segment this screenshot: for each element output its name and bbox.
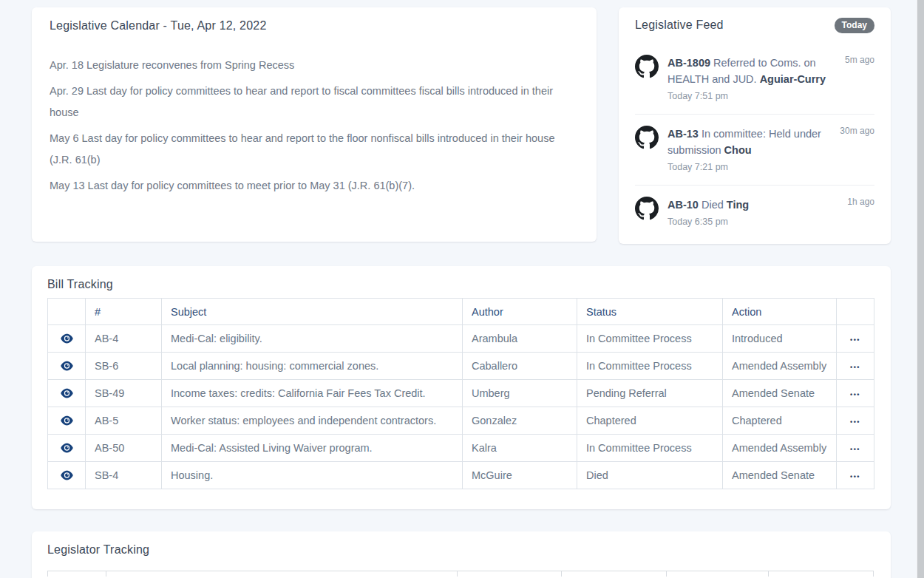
feed-item-text: AB-13 In committee: Held under submissio… bbox=[667, 126, 834, 158]
row-menu-button[interactable]: ••• bbox=[847, 417, 863, 427]
bill-tracking-title: Bill Tracking bbox=[47, 276, 874, 293]
row-menu-button[interactable]: ••• bbox=[847, 390, 863, 400]
view-bill-button[interactable] bbox=[58, 359, 76, 373]
column-header-author: Author bbox=[463, 299, 577, 325]
partial-column bbox=[769, 571, 873, 577]
feed-item-ago: 1h ago bbox=[847, 197, 874, 227]
eye-icon bbox=[61, 472, 73, 483]
eye-icon bbox=[61, 362, 73, 373]
scrollbar-thumb[interactable] bbox=[917, 0, 924, 578]
bill-number: AB-13 bbox=[667, 128, 699, 140]
github-icon bbox=[635, 55, 659, 78]
row-menu-button[interactable]: ••• bbox=[847, 472, 863, 482]
cell-number: SB-49 bbox=[86, 380, 162, 407]
partial-column bbox=[48, 571, 106, 577]
column-header-status: Status bbox=[577, 299, 723, 325]
cell-view bbox=[48, 353, 86, 380]
github-icon bbox=[635, 197, 659, 220]
cell-action: Introduced bbox=[723, 325, 837, 353]
eye-icon bbox=[61, 335, 73, 346]
feed-item-body: AB-10 Died Ting Today 6:35 pm bbox=[667, 197, 841, 227]
bill-number: AB-10 bbox=[667, 199, 699, 211]
view-bill-button[interactable] bbox=[58, 387, 76, 400]
cell-status: Died bbox=[577, 462, 723, 489]
calendar-entry: Apr. 29 Last day for policy committees t… bbox=[50, 81, 579, 123]
table-row: SB-4 Housing. McGuire Died Amended Senat… bbox=[48, 462, 874, 489]
eye-icon bbox=[61, 390, 73, 401]
bill-table-header: #SubjectAuthorStatusAction bbox=[48, 299, 874, 325]
feed-item-time: Today 7:51 pm bbox=[667, 91, 839, 101]
calendar-entries: Apr. 18 Legislature reconvenes from Spri… bbox=[50, 55, 579, 197]
legislative-calendar-card: Legislative Calendar - Tue, Apr 12, 2022… bbox=[32, 7, 597, 242]
cell-author: Caballero bbox=[463, 353, 577, 380]
view-bill-button[interactable] bbox=[58, 469, 76, 482]
legislative-feed-title: Legislative Feed bbox=[635, 17, 724, 33]
cell-view bbox=[48, 325, 86, 353]
feed-action-text: Died bbox=[702, 199, 724, 211]
cell-status: Pending Referral bbox=[577, 380, 723, 407]
cell-status: In Committee Process bbox=[577, 435, 723, 462]
cell-subject: Worker status: employees and independent… bbox=[162, 407, 463, 435]
partial-column bbox=[458, 571, 562, 577]
cell-author: Kalra bbox=[463, 435, 577, 462]
feed-item: AB-10 Died Ting Today 6:35 pm 1h ago bbox=[635, 186, 874, 239]
column-header-menu bbox=[837, 299, 874, 325]
feed-item: AB-13 In committee: Held under submissio… bbox=[635, 115, 874, 186]
row-menu-button[interactable]: ••• bbox=[847, 362, 863, 373]
legislative-feed-card: Legislative Feed Today AB-1809 Referred … bbox=[619, 7, 891, 244]
top-row: Legislative Calendar - Tue, Apr 12, 2022… bbox=[32, 7, 891, 244]
feed-author-name: Ting bbox=[727, 199, 749, 211]
table-row: SB-49 Income taxes: credits: California … bbox=[48, 380, 874, 407]
bill-table-body: AB-4 Medi-Cal: eligibility. Arambula In … bbox=[48, 325, 874, 489]
feed-item-time: Today 7:21 pm bbox=[667, 162, 834, 172]
cell-number: AB-5 bbox=[86, 407, 162, 435]
calendar-entry: May 6 Last day for policy committees to … bbox=[50, 128, 579, 171]
cell-subject: Income taxes: credits: California Fair F… bbox=[162, 380, 463, 407]
cell-menu: ••• bbox=[837, 435, 874, 462]
table-row: AB-5 Worker status: employees and indepe… bbox=[48, 407, 874, 435]
today-badge: Today bbox=[835, 18, 874, 33]
cell-action: Amended Assembly bbox=[723, 353, 837, 380]
view-bill-button[interactable] bbox=[58, 441, 76, 455]
calendar-entry: May 13 Last day for policy committees to… bbox=[50, 175, 579, 197]
cell-number: AB-50 bbox=[86, 435, 162, 462]
page-scrollbar[interactable] bbox=[917, 0, 924, 578]
cell-author: McGuire bbox=[463, 462, 577, 489]
cell-view bbox=[48, 462, 86, 489]
cell-menu: ••• bbox=[837, 462, 874, 489]
cell-status: In Committee Process bbox=[577, 325, 723, 353]
github-icon bbox=[635, 126, 659, 149]
cell-subject: Medi-Cal: Assisted Living Waiver program… bbox=[162, 435, 463, 462]
bill-tracking-card: Bill Tracking #SubjectAuthorStatusAction… bbox=[32, 266, 891, 509]
ellipsis-icon: ••• bbox=[850, 391, 860, 398]
ellipsis-icon: ••• bbox=[850, 418, 860, 426]
cell-action: Amended Senate bbox=[723, 380, 837, 407]
feed-item: AB-1809 Referred to Coms. on HEALTH and … bbox=[635, 33, 874, 115]
row-menu-button[interactable]: ••• bbox=[847, 335, 863, 345]
table-row: SB-6 Local planning: housing: commercial… bbox=[48, 353, 874, 380]
column-header-subject: Subject bbox=[162, 299, 463, 325]
cell-author: Arambula bbox=[463, 325, 577, 353]
view-bill-button[interactable] bbox=[58, 414, 76, 427]
cell-number: SB-4 bbox=[86, 462, 162, 489]
cell-menu: ••• bbox=[837, 353, 874, 380]
cell-subject: Medi-Cal: eligibility. bbox=[162, 325, 463, 353]
row-menu-button[interactable]: ••• bbox=[847, 444, 863, 455]
table-row: AB-50 Medi-Cal: Assisted Living Waiver p… bbox=[48, 435, 874, 462]
cell-view bbox=[48, 435, 86, 462]
view-bill-button[interactable] bbox=[58, 332, 76, 345]
cell-menu: ••• bbox=[837, 325, 874, 353]
cell-number: SB-6 bbox=[86, 353, 162, 380]
column-header-view bbox=[48, 299, 86, 325]
feed-item-body: AB-13 In committee: Held under submissio… bbox=[667, 126, 834, 172]
cell-action: Amended Senate bbox=[723, 462, 837, 489]
cell-view bbox=[48, 407, 86, 435]
feed-item-text: AB-1809 Referred to Coms. on HEALTH and … bbox=[667, 55, 839, 87]
legislator-tracking-title: Legislator Tracking bbox=[47, 542, 874, 558]
feed-item-text: AB-10 Died Ting bbox=[667, 197, 841, 213]
partial-column bbox=[106, 571, 458, 577]
cell-author: Gonzalez bbox=[463, 407, 577, 435]
dashboard-page: Legislative Calendar - Tue, Apr 12, 2022… bbox=[32, 7, 891, 578]
ellipsis-icon: ••• bbox=[850, 364, 860, 371]
calendar-entry: Apr. 18 Legislature reconvenes from Spri… bbox=[50, 55, 579, 76]
